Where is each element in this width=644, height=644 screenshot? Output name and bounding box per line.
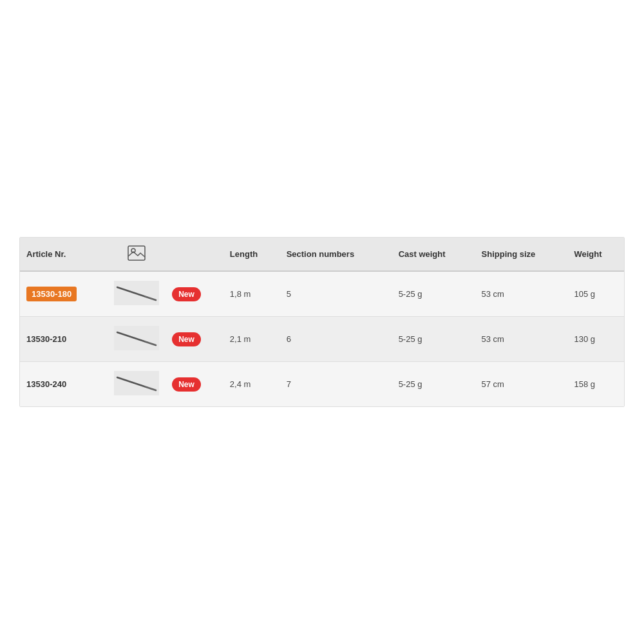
section-numbers-cell: 6 — [280, 317, 392, 362]
section-numbers-cell: 5 — [280, 271, 392, 317]
product-image-cell — [108, 362, 166, 407]
product-table-wrapper: Article Nr. Length Section numbers Cast … — [19, 237, 625, 407]
header-section-numbers: Section numbers — [280, 238, 392, 271]
cast-weight-cell: 5-25 g — [392, 362, 475, 407]
article-nr-label: 13530-210 — [26, 334, 66, 344]
rod-image-icon — [114, 371, 159, 395]
length-cell: 2,1 m — [223, 317, 280, 362]
header-spacer — [166, 238, 223, 271]
header-image — [108, 238, 166, 271]
new-badge: New — [172, 332, 201, 346]
product-image-cell — [108, 317, 166, 362]
header-shipping-size: Shipping size — [475, 238, 568, 271]
table-row[interactable]: 13530-210New2,1 m65-25 g53 cm130 g — [20, 317, 624, 362]
svg-rect-0 — [128, 246, 145, 260]
cast-weight-cell: 5-25 g — [392, 317, 475, 362]
header-length: Length — [223, 238, 280, 271]
weight-cell: 158 g — [567, 362, 624, 407]
table-row[interactable]: 13530-240New2,4 m75-25 g57 cm158 g — [20, 362, 624, 407]
new-badge: New — [172, 287, 201, 301]
article-nr-cell[interactable]: 13530-180 — [20, 271, 108, 317]
section-numbers-cell: 7 — [280, 362, 392, 407]
shipping-size-cell: 53 cm — [475, 317, 568, 362]
header-weight: Weight — [567, 238, 624, 271]
weight-cell: 105 g — [567, 271, 624, 317]
article-nr-label: 13530-240 — [26, 379, 66, 389]
header-cast-weight: Cast weight — [392, 238, 475, 271]
length-cell: 1,8 m — [223, 271, 280, 317]
product-table: Article Nr. Length Section numbers Cast … — [20, 238, 624, 406]
length-cell: 2,4 m — [223, 362, 280, 407]
new-badge-cell: New — [166, 271, 223, 317]
article-nr-label: 13530-180 — [26, 287, 77, 301]
shipping-size-cell: 53 cm — [475, 271, 568, 317]
shipping-size-cell: 57 cm — [475, 362, 568, 407]
table-row[interactable]: 13530-180New1,8 m55-25 g53 cm105 g — [20, 271, 624, 317]
weight-cell: 130 g — [567, 317, 624, 362]
new-badge-cell: New — [166, 362, 223, 407]
article-nr-cell[interactable]: 13530-240 — [20, 362, 108, 407]
header-article-nr: Article Nr. — [20, 238, 108, 271]
rod-image-icon — [114, 281, 159, 305]
rod-image-icon — [114, 326, 159, 350]
product-image-cell — [108, 271, 166, 317]
new-badge: New — [172, 377, 201, 392]
image-placeholder-icon — [128, 245, 146, 261]
new-badge-cell: New — [166, 317, 223, 362]
cast-weight-cell: 5-25 g — [392, 271, 475, 317]
table-header-row: Article Nr. Length Section numbers Cast … — [20, 238, 624, 271]
article-nr-cell[interactable]: 13530-210 — [20, 317, 108, 362]
